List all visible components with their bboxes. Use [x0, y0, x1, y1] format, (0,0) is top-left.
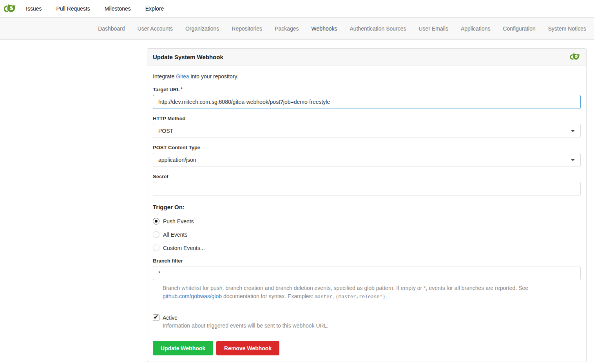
target-url-label: Target URL* — [153, 87, 581, 92]
adminnav-item-user-emails[interactable]: User Emails — [419, 25, 448, 32]
http-method-label: HTTP Method — [153, 116, 581, 121]
custom-events-label: Custom Events... — [163, 245, 205, 251]
content-type-select[interactable]: application/json — [153, 153, 581, 167]
content-type-label: POST Content Type — [153, 145, 581, 150]
gobwas-glob-link[interactable]: github.com/gobwas/glob — [163, 293, 222, 299]
branch-filter-label: Branch filter — [153, 258, 581, 264]
remove-webhook-button[interactable]: Remove Webhook — [216, 341, 279, 355]
target-url-field-group: Target URL* — [153, 87, 581, 109]
branch-filter-field-group: Branch filter Branch whitelist for push,… — [153, 258, 581, 301]
admin-navbar: Dashboard User Accounts Organizations Re… — [0, 18, 594, 40]
all-events-label: All Events — [163, 232, 187, 238]
panel-header: Update System Webhook — [147, 49, 586, 65]
adminnav-item-system-notices[interactable]: System Notices — [548, 25, 586, 32]
push-events-radio[interactable]: Push Events — [153, 218, 581, 225]
intro-text: Integrate Gitea into your repository. — [153, 71, 581, 80]
secret-label: Secret — [153, 174, 581, 179]
push-events-label: Push Events — [163, 218, 194, 225]
adminnav-item-repositories[interactable]: Repositories — [232, 25, 262, 32]
adminnav-item-authentication-sources[interactable]: Authentication Sources — [350, 25, 406, 32]
adminnav-item-configuration[interactable]: Configuration — [503, 25, 535, 32]
adminnav-item-organizations[interactable]: Organizations — [185, 25, 219, 32]
topnav-item-pull-requests[interactable]: Pull Requests — [56, 5, 90, 12]
topnav-item-milestones[interactable]: Milestones — [105, 5, 131, 12]
http-method-value: POST — [158, 128, 173, 134]
radio-icon — [153, 218, 159, 225]
all-events-radio[interactable]: All Events — [153, 231, 581, 238]
active-checkbox-row[interactable]: Active — [153, 314, 581, 321]
top-navbar: Issues Pull Requests Milestones Explore — [0, 0, 594, 18]
active-description: Information about triggered events will … — [163, 322, 581, 329]
active-checkbox[interactable] — [153, 314, 159, 321]
secret-input[interactable] — [153, 182, 581, 196]
chevron-down-icon — [571, 159, 575, 161]
gitea-webhook-type-icon — [570, 52, 581, 62]
adminnav-item-packages[interactable]: Packages — [275, 25, 299, 32]
adminnav-item-dashboard[interactable]: Dashboard — [98, 25, 125, 32]
adminnav-item-user-accounts[interactable]: User Accounts — [138, 25, 173, 32]
gitea-link[interactable]: Gitea — [176, 73, 189, 80]
content-type-value: application/json — [158, 157, 196, 163]
branch-filter-input[interactable] — [153, 266, 581, 280]
adminnav-item-applications[interactable]: Applications — [461, 25, 491, 32]
active-section: Active Information about triggered event… — [153, 314, 581, 329]
main-content: Update System Webhook Integrate Gitea in… — [147, 48, 587, 362]
radio-icon — [153, 231, 159, 238]
page-title: Update System Webhook — [153, 54, 223, 60]
update-webhook-button[interactable]: Update Webhook — [153, 341, 213, 355]
topnav-item-issues[interactable]: Issues — [26, 5, 42, 12]
gitea-logo-icon[interactable] — [4, 2, 17, 15]
radio-icon — [153, 244, 159, 251]
topnav-item-explore[interactable]: Explore — [145, 5, 164, 12]
chevron-down-icon — [571, 130, 575, 132]
secret-field-group: Secret — [153, 174, 581, 196]
adminnav-item-webhooks[interactable]: Webhooks — [311, 25, 337, 32]
active-label: Active — [163, 315, 177, 321]
trigger-on-heading: Trigger On: — [153, 204, 581, 210]
branch-filter-help: Branch whitelist for push, branch creati… — [163, 284, 581, 301]
http-method-field-group: HTTP Method POST — [153, 116, 581, 138]
content-type-field-group: POST Content Type application/json — [153, 145, 581, 167]
webhook-form: Integrate Gitea into your repository. Ta… — [147, 65, 586, 362]
webhook-panel: Update System Webhook Integrate Gitea in… — [147, 48, 587, 362]
target-url-input[interactable] — [153, 95, 581, 109]
required-asterisk: * — [181, 87, 183, 92]
custom-events-radio[interactable]: Custom Events... — [153, 244, 581, 251]
http-method-select[interactable]: POST — [153, 124, 581, 138]
form-actions: Update Webhook Remove Webhook — [153, 341, 581, 355]
